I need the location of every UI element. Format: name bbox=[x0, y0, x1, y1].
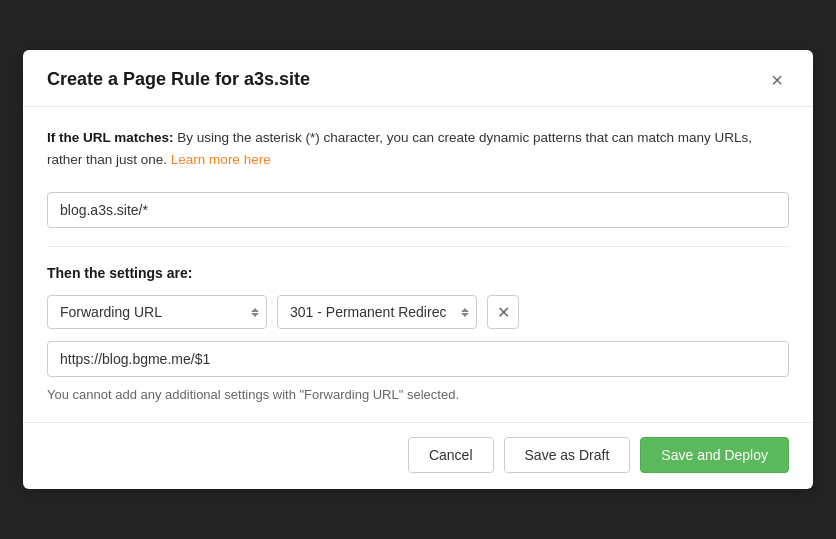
modal-header: Create a Page Rule for a3s.site × bbox=[23, 50, 813, 107]
save-draft-button[interactable]: Save as Draft bbox=[504, 437, 631, 473]
close-icon: ✕ bbox=[497, 303, 510, 322]
url-input[interactable] bbox=[47, 192, 789, 228]
settings-row: Forwarding URL Always Use HTTPS Browser … bbox=[47, 295, 789, 329]
modal-dialog: Create a Page Rule for a3s.site × If the… bbox=[23, 50, 813, 489]
settings-section-label: Then the settings are: bbox=[47, 265, 789, 281]
info-text: If the URL matches: By using the asteris… bbox=[47, 127, 789, 170]
learn-more-link[interactable]: Learn more here bbox=[171, 152, 271, 167]
close-button[interactable]: × bbox=[765, 68, 789, 92]
warning-text: You cannot add any additional settings w… bbox=[47, 387, 789, 402]
redirect-select-wrapper: 301 - Permanent Redirect 302 - Temporary… bbox=[277, 295, 477, 329]
info-label-bold: If the URL matches: bbox=[47, 130, 174, 145]
section-divider bbox=[47, 246, 789, 247]
redirect-select[interactable]: 301 - Permanent Redirect 302 - Temporary… bbox=[277, 295, 477, 329]
remove-setting-button[interactable]: ✕ bbox=[487, 295, 519, 329]
save-deploy-button[interactable]: Save and Deploy bbox=[640, 437, 789, 473]
modal-title: Create a Page Rule for a3s.site bbox=[47, 69, 310, 90]
forwarding-select[interactable]: Forwarding URL Always Use HTTPS Browser … bbox=[47, 295, 267, 329]
info-block: If the URL matches: By using the asteris… bbox=[47, 127, 789, 170]
forwarding-select-wrapper: Forwarding URL Always Use HTTPS Browser … bbox=[47, 295, 267, 329]
modal-footer: Cancel Save as Draft Save and Deploy bbox=[23, 422, 813, 489]
cancel-button[interactable]: Cancel bbox=[408, 437, 494, 473]
destination-input[interactable] bbox=[47, 341, 789, 377]
modal-body: If the URL matches: By using the asteris… bbox=[23, 107, 813, 422]
